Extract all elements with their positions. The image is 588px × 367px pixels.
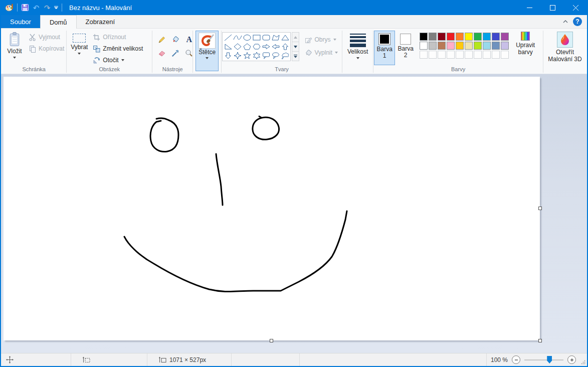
tab-view[interactable]: Zobrazení <box>77 15 124 28</box>
shape-oval-callout[interactable] <box>271 51 280 60</box>
redo-button[interactable]: ↷ <box>42 2 53 14</box>
shape-hexagon[interactable] <box>252 42 261 51</box>
paste-button[interactable]: Vložit <box>2 30 27 65</box>
shape-polygon[interactable] <box>271 33 280 42</box>
palette-empty-slot[interactable] <box>447 51 455 59</box>
palette-swatch[interactable] <box>429 42 437 50</box>
shape-rounded-callout[interactable] <box>261 51 271 60</box>
brushes-button[interactable]: Štětce <box>195 31 219 71</box>
canvas-resize-handle-bottom[interactable] <box>270 339 273 342</box>
eraser-tool-button[interactable] <box>156 47 168 59</box>
maximize-button[interactable] <box>541 0 564 15</box>
close-button[interactable] <box>564 0 587 15</box>
palette-empty-slot[interactable] <box>420 51 428 59</box>
customize-qat-button[interactable] <box>53 2 60 14</box>
palette-swatch[interactable] <box>447 42 455 50</box>
resize-button[interactable]: Změnit velikost <box>91 44 144 54</box>
shape-down-arrow[interactable] <box>223 51 233 60</box>
zoom-slider-thumb[interactable] <box>547 356 552 363</box>
palette-swatch[interactable] <box>501 33 509 41</box>
palette-empty-slot[interactable] <box>483 51 491 59</box>
paint-canvas[interactable] <box>4 77 540 340</box>
palette-swatch[interactable] <box>474 42 482 50</box>
shape-triangle[interactable] <box>280 33 290 42</box>
palette-empty-slot[interactable] <box>456 51 464 59</box>
palette-swatch[interactable] <box>438 33 446 41</box>
color2-button[interactable]: Barva 2 <box>395 31 416 65</box>
shape-curve[interactable] <box>233 33 242 42</box>
palette-swatch[interactable] <box>438 42 446 50</box>
shape-four-point-star[interactable] <box>233 51 242 60</box>
palette-empty-slot[interactable] <box>438 51 446 59</box>
shapes-scroll-down-button[interactable] <box>292 42 299 52</box>
shape-ellipse[interactable] <box>242 33 252 42</box>
color1-button[interactable]: Barva 1 <box>374 31 395 65</box>
shape-diamond[interactable] <box>233 42 242 51</box>
shape-left-arrow[interactable] <box>271 42 280 51</box>
zoom-slider-track[interactable] <box>524 359 563 360</box>
palette-swatch[interactable] <box>483 33 491 41</box>
palette-swatch[interactable] <box>447 33 455 41</box>
minimize-button[interactable] <box>518 0 541 15</box>
chevron-down-icon <box>54 6 58 9</box>
app-icon[interactable] <box>4 2 15 14</box>
palette-swatch[interactable] <box>465 42 473 50</box>
palette-empty-slot[interactable] <box>465 51 473 59</box>
edit-colors-button[interactable]: Upravit barvy <box>511 30 539 65</box>
shape-right-arrow[interactable] <box>261 42 271 51</box>
palette-swatch[interactable] <box>492 33 500 41</box>
select-button[interactable]: Vybrat <box>67 30 91 65</box>
canvas-resize-handle-right[interactable] <box>538 207 542 210</box>
shape-rectangle[interactable] <box>252 33 261 42</box>
tab-home[interactable]: Domů <box>40 15 77 29</box>
rotate-button[interactable]: Otočit <box>91 55 144 65</box>
shape-rounded-rectangle[interactable] <box>261 33 271 42</box>
palette-empty-slot[interactable] <box>492 51 500 59</box>
window-resize-grip[interactable] <box>580 353 587 366</box>
shape-cloud-callout[interactable] <box>280 51 290 60</box>
zoom-out-button[interactable] <box>512 355 520 364</box>
size-button[interactable]: Velikost <box>347 30 368 71</box>
palette-empty-slot[interactable] <box>501 51 509 59</box>
outline-button[interactable]: Obrys <box>303 35 340 45</box>
shape-line[interactable] <box>223 33 233 42</box>
palette-empty-slot[interactable] <box>429 51 437 59</box>
fill-shape-button[interactable]: Vyplnit <box>303 48 340 58</box>
shape-five-point-star[interactable] <box>242 51 252 60</box>
outline-dropdown-caret-icon <box>333 39 336 41</box>
shape-pentagon[interactable] <box>242 42 252 51</box>
tab-file[interactable]: Soubor <box>1 15 40 28</box>
crop-button[interactable]: Oříznout <box>91 32 144 42</box>
palette-swatch[interactable] <box>456 42 464 50</box>
fill-tool-button[interactable] <box>169 34 181 46</box>
shape-right-triangle[interactable] <box>223 42 233 51</box>
shapes-more-button[interactable] <box>292 52 299 61</box>
help-button[interactable]: ? <box>573 17 582 26</box>
color-picker-tool-button[interactable] <box>169 47 181 59</box>
palette-swatch[interactable] <box>492 42 500 50</box>
undo-button[interactable]: ↶ <box>31 2 42 14</box>
zoom-slider[interactable] <box>524 355 563 364</box>
palette-swatch[interactable] <box>501 42 509 50</box>
cut-button[interactable]: Vyjmout <box>27 32 66 42</box>
save-button[interactable] <box>20 2 31 14</box>
palette-swatch[interactable] <box>456 33 464 41</box>
copy-button[interactable]: Kopírovat <box>27 44 66 54</box>
palette-swatch[interactable] <box>474 33 482 41</box>
palette-empty-slot[interactable] <box>474 51 482 59</box>
collapse-ribbon-chevron-icon[interactable] <box>563 20 568 23</box>
shape-six-point-star[interactable] <box>252 51 261 60</box>
palette-swatch[interactable] <box>429 33 437 41</box>
pencil-tool-button[interactable] <box>156 34 168 46</box>
palette-swatch[interactable] <box>483 42 491 50</box>
palette-swatch[interactable] <box>420 42 428 50</box>
palette-swatch[interactable] <box>420 33 428 41</box>
open-paint3d-button[interactable]: Otevřít Malování 3D <box>544 30 586 71</box>
help-icon: ? <box>575 18 579 25</box>
shape-up-arrow[interactable] <box>280 42 290 51</box>
zoom-in-button[interactable] <box>567 355 576 364</box>
palette-swatch[interactable] <box>465 33 473 41</box>
shapes-scroll-up-button[interactable] <box>292 33 299 42</box>
clipboard-group-label: Schránka <box>2 65 66 74</box>
canvas-resize-handle-corner[interactable] <box>538 339 542 342</box>
